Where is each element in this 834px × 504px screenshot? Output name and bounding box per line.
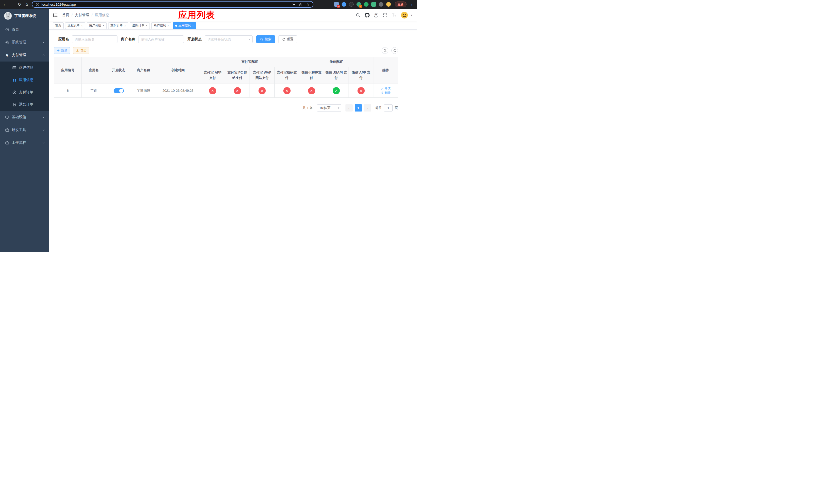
tab-close-icon[interactable]: × <box>124 24 126 27</box>
status-label: 开启状态 <box>188 37 202 42</box>
sidebar-item-pay-order[interactable]: 支付订单 <box>0 86 49 98</box>
breadcrumb-home[interactable]: 首页 <box>62 13 69 18</box>
tab-close-icon[interactable]: × <box>167 24 169 27</box>
tab-close-icon[interactable]: × <box>103 24 104 27</box>
extension-badge: 1 <box>359 5 363 8</box>
avatar-caret-icon[interactable]: ▾ <box>411 13 412 17</box>
app-status-toggle[interactable] <box>114 88 124 93</box>
cell-wx-app: × <box>349 84 373 98</box>
cell-create-time: 2021-10-23 08:49:25 <box>156 84 200 98</box>
status-disabled-icon: × <box>357 87 365 94</box>
tab-merchant-info[interactable]: 商户信息 × <box>151 22 171 29</box>
page-size-select[interactable]: 10条/页 ▾ <box>317 104 341 112</box>
sidebar-item-dev-tools[interactable]: 研发工具 <box>0 123 49 136</box>
browser-reload-icon[interactable]: ↻ <box>16 1 23 8</box>
sidebar-item-workflow[interactable]: 工作流程 <box>0 136 49 149</box>
browser-menu-icon[interactable]: ⋮ <box>409 2 414 7</box>
cell-alipay-wap: × <box>250 84 275 98</box>
browser-back-icon[interactable]: ← <box>2 1 9 8</box>
col-header-alipay-app: 支付宝 APP 支付 <box>200 67 225 84</box>
sidebar-toggle-icon[interactable] <box>53 13 58 18</box>
password-key-icon[interactable] <box>291 2 295 6</box>
search-button[interactable]: 搜索 <box>256 36 275 43</box>
tab-user-group[interactable]: 用户分组 × <box>87 22 107 29</box>
tab-home[interactable]: 首页 <box>53 22 64 29</box>
edit-button[interactable]: 修改 <box>381 86 391 91</box>
user-avatar[interactable] <box>401 11 408 19</box>
table-toolbar: 新增 导出 <box>54 47 398 54</box>
navbar-actions: ? ▾ <box>356 11 412 19</box>
col-group-wechat: 微信配置 <box>299 57 373 67</box>
browser-update-button[interactable]: 更新 <box>395 2 407 7</box>
sidebar-item-refund-order[interactable]: 退款订单 <box>0 98 49 111</box>
chevron-down-icon <box>42 141 45 144</box>
sidebar-item-label: 首页 <box>12 27 19 32</box>
browser-forward-icon[interactable]: → <box>9 1 16 8</box>
url-text[interactable]: localhost:1024/pay/app <box>42 3 76 6</box>
status-select-input[interactable] <box>205 36 253 43</box>
tab-pay-order[interactable]: 支付订单 × <box>108 22 128 29</box>
bookmark-star-icon[interactable]: ☆ <box>306 2 310 6</box>
breadcrumb-separator: / <box>91 13 93 17</box>
export-button[interactable]: 导出 <box>73 47 89 54</box>
tab-refund-order[interactable]: 退款订单 × <box>130 22 150 29</box>
share-icon[interactable] <box>299 2 303 6</box>
yen-icon: ¥ <box>5 53 9 57</box>
extension-icon-8[interactable] <box>386 2 391 7</box>
refresh-button[interactable] <box>391 47 398 54</box>
sidebar-item-merchant-info[interactable]: 商户信息 <box>0 62 49 74</box>
grid-icon <box>12 78 16 82</box>
tab-app-info[interactable]: 应用信息 × <box>173 22 196 29</box>
extension-icon-7[interactable] <box>379 2 383 7</box>
sidebar-item-payment[interactable]: ¥ 支付管理 <box>0 49 49 62</box>
tab-process-form[interactable]: 流程表单 × <box>65 22 85 29</box>
col-header-alipay-wap: 支付宝 WAP 网站支付 <box>250 67 275 84</box>
page-content: 应用名 商户名称 开启状态 ▾ 搜索 <box>49 30 417 252</box>
sidebar-item-app-info[interactable]: 应用信息 <box>0 74 49 86</box>
add-button[interactable]: 新增 <box>54 47 70 54</box>
col-group-alipay: 支付宝配置 <box>200 57 299 67</box>
tab-close-icon[interactable]: × <box>192 24 194 27</box>
add-button-label: 新增 <box>61 48 67 53</box>
sidebar-item-system[interactable]: 系统管理 <box>0 36 49 49</box>
github-icon[interactable] <box>365 13 370 18</box>
next-page-button[interactable]: › <box>364 104 371 112</box>
extension-icon-1[interactable]: 10 <box>334 2 339 7</box>
extension-icon-4[interactable]: 1 <box>356 2 361 7</box>
page-size-value: 10条/页 <box>319 106 331 110</box>
prev-page-button[interactable]: ‹ <box>346 104 353 112</box>
sidebar-item-infra[interactable]: 基础设施 <box>0 111 49 123</box>
search-icon[interactable] <box>356 13 360 18</box>
tab-close-icon[interactable]: × <box>146 24 148 27</box>
app-name-input[interactable] <box>72 36 117 43</box>
workflow-icon <box>5 141 9 145</box>
cell-actions: 修改 删除 <box>373 84 398 98</box>
col-header-status: 开启状态 <box>106 57 131 84</box>
tab-close-icon[interactable]: × <box>81 24 83 27</box>
breadcrumb-section[interactable]: 支付管理 <box>75 13 89 18</box>
status-select[interactable]: ▾ <box>205 36 253 43</box>
goto-page-input[interactable] <box>384 104 393 112</box>
screen: ← → ↻ ⌂ localhost:1024/pay/app ☆ 10 <box>0 0 417 252</box>
address-bar[interactable]: localhost:1024/pay/app ☆ <box>32 1 313 8</box>
extension-icon-6[interactable] <box>371 2 376 7</box>
reset-button[interactable]: 重置 <box>278 36 297 43</box>
extension-icon-2[interactable] <box>342 2 346 7</box>
page-number-button[interactable]: 1 <box>355 104 362 112</box>
browser-home-icon[interactable]: ⌂ <box>23 1 30 8</box>
fullscreen-icon[interactable] <box>382 13 388 18</box>
merchant-name-input[interactable] <box>138 36 184 43</box>
app-logo[interactable]: 芋道管理系统 <box>0 9 49 23</box>
sidebar-item-home[interactable]: 首页 <box>0 23 49 36</box>
pay-order-icon <box>12 90 16 94</box>
extension-icon-5[interactable] <box>364 2 369 7</box>
cell-app-id: 6 <box>54 84 82 98</box>
browser-extensions-area: 10 1 更新 ⋮ <box>334 2 414 7</box>
help-icon[interactable]: ? <box>374 13 378 18</box>
extension-icon-3[interactable] <box>349 2 354 7</box>
delete-button[interactable]: 删除 <box>381 91 391 95</box>
site-info-icon[interactable] <box>36 2 40 6</box>
hide-search-button[interactable] <box>381 47 388 54</box>
col-header-merchant: 商户名称 <box>131 57 156 84</box>
font-size-icon[interactable] <box>392 13 396 18</box>
